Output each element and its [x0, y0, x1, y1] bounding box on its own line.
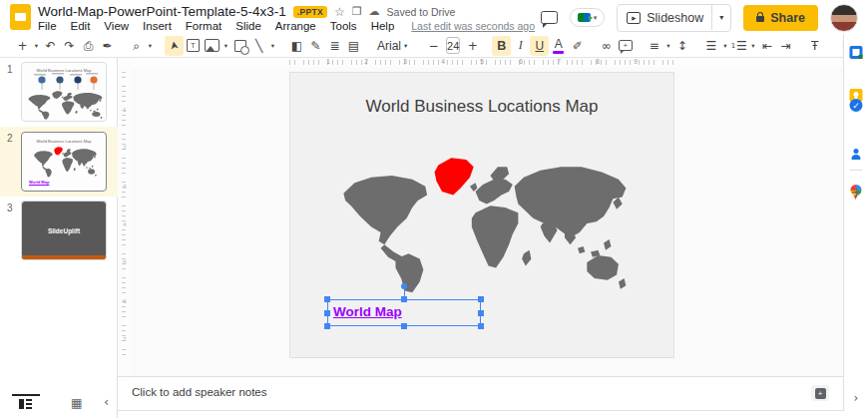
redo-button[interactable]: ↷	[60, 36, 79, 56]
menu-insert[interactable]: Insert	[136, 19, 179, 33]
speaker-notes-input[interactable]: Click to add speaker notes	[132, 386, 267, 398]
selection-handle-sw[interactable]	[324, 323, 330, 329]
editor-canvas[interactable]: 1 2 3 4 5 6 7 8 9 World Business Locatio…	[132, 58, 843, 376]
vertical-ruler[interactable]: 1 2 3 4 5 6 7	[118, 58, 132, 376]
horizontal-ruler[interactable]: 1 2 3 4 5 6 7 8 9	[132, 58, 843, 67]
font-family-select[interactable]: Arial ▾	[373, 36, 414, 56]
undo-button[interactable]: ↶	[41, 36, 60, 56]
slide-1-thumb-map	[26, 90, 104, 120]
underline-button[interactable]: U	[530, 36, 549, 56]
world-map-graphic[interactable]	[334, 153, 632, 294]
slideshow-dropdown-icon[interactable]: ▾	[712, 13, 730, 22]
last-edit-link[interactable]: Last edit was seconds ago	[411, 20, 535, 32]
v-ruler-4: 4	[118, 221, 132, 227]
fill-color-button[interactable]: ◧	[287, 36, 306, 56]
align-button[interactable]: ≡	[645, 36, 663, 56]
numbered-list-dropdown-icon[interactable]: ▾	[748, 36, 757, 56]
menu-view[interactable]: View	[97, 19, 136, 33]
account-avatar[interactable]	[830, 4, 858, 32]
current-slide[interactable]: World Business Locations Map World Map	[289, 72, 674, 358]
menu-file[interactable]: File	[31, 19, 64, 33]
selection-handle-se[interactable]	[478, 323, 484, 329]
bulleted-list-dropdown-icon[interactable]: ▾	[720, 36, 729, 56]
h-ruler-5: 5	[477, 58, 487, 65]
border-weight-button[interactable]: ≣	[325, 36, 344, 56]
text-box-content[interactable]: World Map	[333, 304, 402, 319]
selection-handle-w[interactable]	[324, 310, 330, 316]
clear-formatting-button[interactable]: Ŧ	[805, 36, 824, 56]
insert-shape-button[interactable]	[230, 36, 249, 56]
bold-button[interactable]: B	[492, 36, 511, 56]
slide-3-accent-bar	[22, 255, 106, 259]
highlight-color-button[interactable]: ✐	[568, 36, 587, 56]
tasks-icon[interactable]: ✓	[850, 99, 863, 112]
shape-icon	[234, 40, 246, 52]
font-size-input[interactable]: 24	[446, 37, 460, 54]
text-color-button[interactable]: A	[549, 36, 568, 56]
grid-view-button[interactable]: ▦	[71, 396, 82, 410]
filmstrip-view-button[interactable]	[19, 399, 32, 409]
menu-slide[interactable]: Slide	[228, 19, 268, 33]
expand-icon: +	[815, 388, 826, 399]
menu-arrange[interactable]: Arrange	[268, 19, 323, 33]
selection-handle-n[interactable]	[401, 296, 407, 302]
slide-2-thumbnail[interactable]: World Business Locations Map World Map	[21, 132, 107, 192]
collapse-filmstrip-button[interactable]: ‹	[104, 394, 109, 409]
increase-indent-button[interactable]: ⇥	[776, 36, 795, 56]
rotation-handle[interactable]	[401, 283, 407, 289]
align-dropdown-icon[interactable]: ▾	[663, 36, 672, 56]
slide-3-thumbnail[interactable]: SlideUplift	[21, 201, 107, 260]
select-tool-button[interactable]: ➤	[165, 36, 184, 56]
border-dash-button[interactable]: ▤	[344, 36, 363, 56]
slideshow-button[interactable]: ▶ Slideshow ▾	[617, 4, 731, 32]
insert-link-button[interactable]: ∞	[597, 36, 616, 56]
menu-edit[interactable]: Edit	[64, 19, 98, 33]
bulleted-list-button[interactable]: ☰	[701, 36, 720, 56]
menu-tools[interactable]: Tools	[323, 19, 364, 33]
image-dropdown-icon[interactable]: ▾	[221, 36, 230, 56]
menu-help[interactable]: Help	[364, 19, 402, 33]
share-button[interactable]: Share	[743, 5, 818, 31]
contacts-icon[interactable]	[850, 148, 863, 161]
get-add-ons-button[interactable]: +	[850, 184, 862, 200]
border-color-button[interactable]: ✎	[306, 36, 325, 56]
text-box-button[interactable]: T	[184, 36, 203, 56]
selection-handle-nw[interactable]	[324, 296, 330, 302]
star-icon[interactable]: ☆	[334, 5, 345, 19]
cloud-saved-icon[interactable]: ☁	[369, 5, 380, 18]
new-slide-button[interactable]: +	[13, 36, 32, 56]
image-icon	[205, 39, 219, 52]
slide-title-text[interactable]: World Business Locations Map	[290, 97, 673, 117]
numbered-list-button[interactable]: 1☰	[729, 36, 748, 56]
move-folder-icon[interactable]: ❐	[352, 5, 362, 18]
saved-status[interactable]: Saved to Drive	[387, 6, 456, 18]
paint-format-button[interactable]: ✒	[98, 36, 117, 56]
italic-button[interactable]: I	[511, 36, 530, 56]
zoom-dropdown-icon[interactable]: ▾	[146, 36, 155, 56]
line-spacing-button[interactable]: ↕	[672, 36, 691, 56]
add-comment-button[interactable]: +	[616, 36, 635, 56]
selection-handle-s[interactable]	[401, 323, 407, 329]
meet-button[interactable]: ▾	[570, 8, 606, 27]
increase-font-size-button[interactable]: +	[463, 36, 482, 56]
line-dropdown-icon[interactable]: ▾	[268, 36, 277, 56]
decrease-font-size-button[interactable]: −	[424, 36, 443, 56]
zoom-button[interactable]: ⌕	[127, 36, 146, 56]
slide-1-thumbnail[interactable]: World Business Locations Map	[21, 62, 107, 122]
selected-text-box[interactable]: World Map	[327, 299, 481, 326]
insert-image-button[interactable]	[203, 36, 221, 56]
menu-format[interactable]: Format	[179, 19, 228, 33]
calendar-icon[interactable]	[850, 46, 863, 59]
selection-handle-e[interactable]	[478, 310, 484, 316]
toolbar: + ▾ ↶ ↷ ⎙ ✒ ⌕ ▾ ➤ T ▾ ╲ ▾ ◧ ✎ ≣ ▤ Arial …	[0, 34, 843, 58]
new-slide-dropdown-icon[interactable]: ▾	[32, 36, 41, 56]
document-title[interactable]: World-Map-PowerPoint-Template-5-4x3-1	[38, 4, 286, 19]
insert-line-button[interactable]: ╲	[249, 36, 268, 56]
notes-expand-button[interactable]: +	[811, 385, 829, 401]
decrease-indent-button[interactable]: ⇤	[757, 36, 776, 56]
selection-handle-ne[interactable]	[478, 296, 484, 302]
comments-icon[interactable]	[541, 11, 558, 24]
slides-logo-icon[interactable]	[10, 4, 31, 30]
show-side-panel-button[interactable]: ›	[854, 391, 859, 405]
print-button[interactable]: ⎙	[79, 36, 98, 56]
